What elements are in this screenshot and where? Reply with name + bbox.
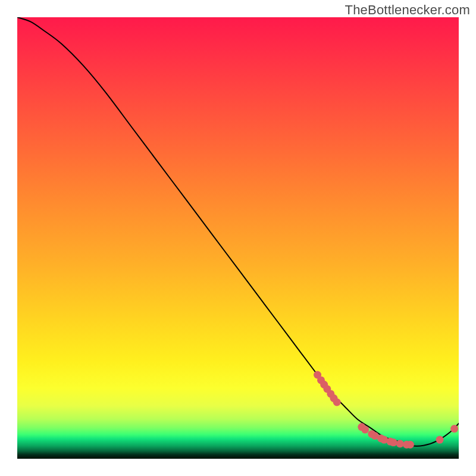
chart-frame: TheBottlenecker.com: [0, 0, 476, 476]
highlight-point: [436, 436, 444, 444]
highlight-point: [406, 441, 414, 449]
highlight-points-group: [314, 371, 458, 449]
curve-layer: [17, 17, 459, 459]
highlight-point: [333, 399, 341, 406]
bottleneck-curve: [17, 17, 459, 446]
highlight-point: [450, 425, 458, 433]
highlight-point: [396, 440, 404, 447]
plot-area: [17, 17, 459, 459]
watermark-label: TheBottlenecker.com: [345, 2, 470, 18]
highlight-point: [390, 439, 397, 446]
highlight-point: [361, 426, 369, 434]
